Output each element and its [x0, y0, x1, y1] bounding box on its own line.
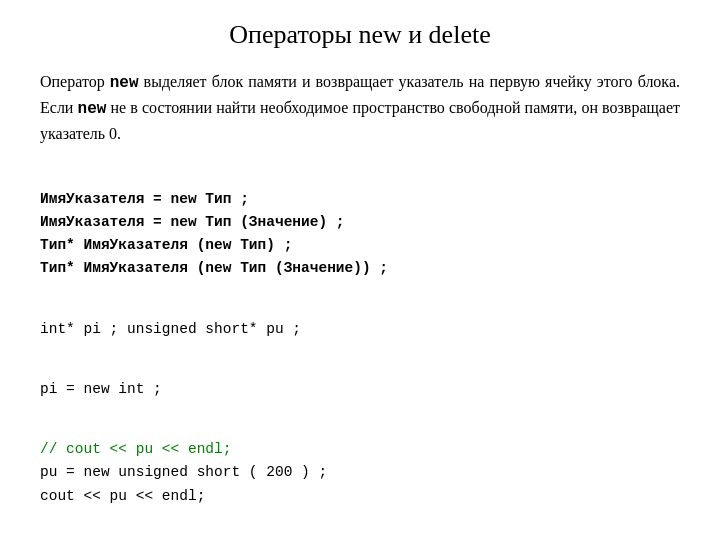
syntax-line-1: ИмяУказателя = new Тип ;: [40, 191, 249, 207]
comment-line: // cout << pu << endl;: [40, 441, 231, 457]
page-title: Операторы new и delete: [40, 20, 680, 50]
keyword-new-2: new: [78, 100, 107, 118]
decl-line-1: int* pi ; unsigned short* pu ;: [40, 321, 301, 337]
cout-line: cout << pu << endl;: [40, 488, 205, 504]
double-float-block: double* pd (new double) ; float* pf (new…: [40, 522, 680, 540]
syntax-line-2: ИмяУказателя = new Тип (Значение) ;: [40, 214, 345, 230]
keyword-new-1: new: [110, 74, 139, 92]
pu-assign-line: pu = new unsigned short ( 200 ) ;: [40, 464, 327, 480]
declarations-block: int* pi ; unsigned short* pu ;: [40, 294, 680, 340]
cout-block: // cout << pu << endl; pu = new unsigned…: [40, 415, 680, 508]
description-text: Оператор new выделяет блок памяти и возв…: [40, 70, 680, 146]
syntax-block: ИмяУказателя = new Тип ; ИмяУказателя = …: [40, 164, 680, 280]
assign-pi-line: pi = new int ;: [40, 381, 162, 397]
assign-pi-block: pi = new int ;: [40, 355, 680, 401]
syntax-line-3: Тип* ИмяУказателя (new Тип) ;: [40, 237, 292, 253]
syntax-line-4: Тип* ИмяУказателя (new Тип (Значение)) ;: [40, 260, 388, 276]
